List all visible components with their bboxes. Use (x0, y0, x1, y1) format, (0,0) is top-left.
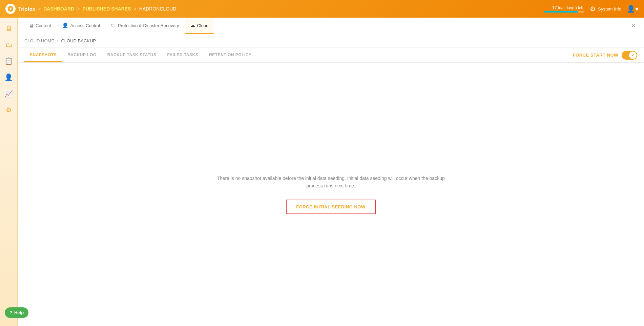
breadcrumb-current: CLOUD BACKUP (61, 38, 96, 43)
nav-sep-1: > (38, 6, 41, 12)
inner-tab-backup-task-status[interactable]: BACKUP TASK STATUS (102, 48, 162, 62)
sidebar-item-users[interactable]: 👤 (2, 70, 16, 84)
toggle-knob: ✓ (629, 52, 637, 59)
tab-cloud[interactable]: ☁ Cloud (185, 18, 214, 34)
tab-access-control-label: Access Control (70, 23, 100, 28)
nav-sep-3: > (134, 6, 137, 12)
navbar-right: 17 trial day(s) left. ⚙ System Info 👤▾ (544, 5, 639, 13)
nav-hadroncloud: HADRONCLOUD- (139, 6, 178, 12)
toggle-check-icon: ✓ (631, 53, 635, 58)
inner-tab-backup-log-label: BACKUP LOG (67, 53, 96, 57)
help-button[interactable]: ? Help (5, 307, 28, 318)
help-circle-icon: ? (9, 310, 12, 315)
sidebar-item-dashboard[interactable]: 🖥 (2, 22, 16, 35)
gear-icon: ⚙ (590, 5, 596, 13)
sidebar-item-analytics[interactable]: 📈 (2, 87, 16, 100)
sidebar: 🖥 🗂 📋 👤 📈 ⚙ ⬇ (0, 18, 18, 326)
inner-tab-retention-policy[interactable]: RETENTION POLICY (204, 48, 257, 62)
force-start-now-button[interactable]: FORCE START NOW (573, 53, 618, 58)
tabs-bar: 🖥 Content 👤 Access Control 🛡 Protection … (18, 18, 644, 34)
main-content: 🖥 Content 👤 Access Control 🛡 Protection … (18, 18, 644, 326)
cloud-tab-icon: ☁ (190, 22, 195, 28)
force-start-toggle[interactable]: ✓ (622, 51, 637, 60)
navbar: Triofox > DASHBOARD > PUBLISHED SHARES >… (0, 0, 644, 18)
inner-tab-backup-log[interactable]: BACKUP LOG (62, 48, 102, 62)
tab-access-control[interactable]: 👤 Access Control (57, 18, 105, 34)
breadcrumb-home[interactable]: CLOUD HOME (24, 38, 54, 43)
navbar-left: Triofox > DASHBOARD > PUBLISHED SHARES >… (5, 4, 178, 14)
system-info-label: System Info (598, 6, 621, 12)
empty-message: There is no snapshot available before th… (212, 175, 450, 190)
breadcrumb-sep: › (57, 38, 58, 43)
force-initial-seeding-button[interactable]: FORCE INITIAL SEEDING NOW (286, 200, 375, 214)
inner-tab-retention-policy-label: RETENTION POLICY (209, 53, 251, 57)
inner-tab-failed-tasks-label: FAILED TASKS (167, 53, 198, 57)
nav-published-shares[interactable]: PUBLISHED SHARES (82, 6, 131, 12)
close-button[interactable]: ✕ (628, 21, 639, 31)
inner-tabs-right: FORCE START NOW ✓ (573, 51, 637, 60)
trial-bar-fill (544, 11, 578, 13)
sidebar-item-files[interactable]: 🗂 (2, 38, 16, 52)
nav-dashboard[interactable]: DASHBOARD (43, 6, 74, 12)
triofox-logo (5, 4, 16, 14)
access-tab-icon: 👤 (62, 22, 68, 28)
nav-sep-2: > (77, 6, 80, 12)
inner-tabs: SNAPSHOTS BACKUP LOG BACKUP TASK STATUS … (18, 48, 644, 63)
inner-tab-failed-tasks[interactable]: FAILED TASKS (162, 48, 204, 62)
inner-tab-snapshots-label: SNAPSHOTS (30, 53, 57, 57)
sidebar-item-settings[interactable]: ⚙ (2, 103, 16, 117)
content-area: There is no snapshot available before th… (18, 63, 644, 326)
inner-tab-backup-task-status-label: BACKUP TASK STATUS (107, 53, 157, 57)
tab-protection-label: Protection & Disaster Recovery (118, 23, 179, 28)
trial-text: 17 trial day(s) left. (552, 5, 584, 10)
tab-content[interactable]: 🖥 Content (23, 18, 57, 34)
user-icon[interactable]: 👤▾ (627, 5, 639, 13)
main-layout: 🖥 🗂 📋 👤 📈 ⚙ ⬇ 🖥 Content 👤 Access Control… (0, 18, 644, 326)
tab-content-label: Content (36, 23, 51, 28)
breadcrumb: CLOUD HOME › CLOUD BACKUP (18, 34, 644, 48)
tab-protection[interactable]: 🛡 Protection & Disaster Recovery (105, 18, 185, 34)
inner-tab-snapshots[interactable]: SNAPSHOTS (24, 48, 62, 62)
trial-progress-bar (544, 11, 584, 13)
help-label: Help (14, 310, 24, 315)
tab-cloud-label: Cloud (197, 23, 209, 28)
sidebar-item-folder[interactable]: 📋 (2, 54, 16, 68)
brand-name: Triofox (18, 6, 35, 12)
protection-tab-icon: 🛡 (111, 23, 116, 28)
system-info[interactable]: ⚙ System Info (590, 5, 621, 13)
trial-info: 17 trial day(s) left. (544, 5, 584, 13)
content-tab-icon: 🖥 (28, 23, 34, 28)
